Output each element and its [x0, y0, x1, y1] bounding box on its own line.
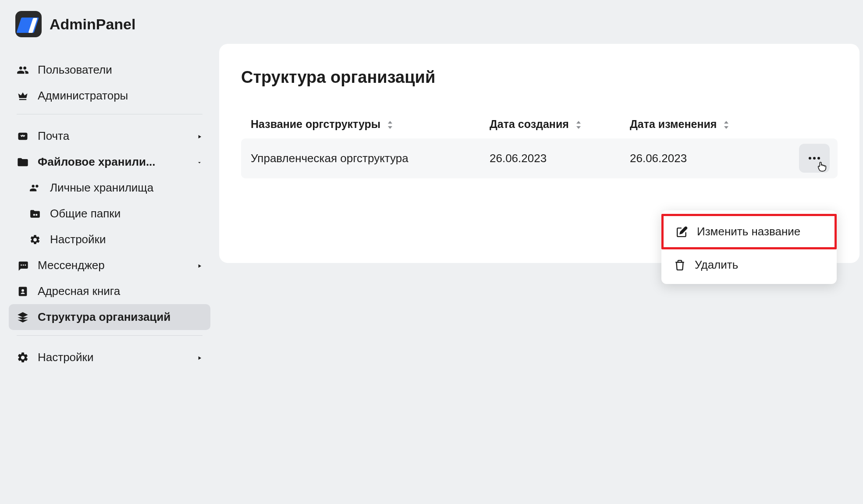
page-title: Структура организаций: [241, 68, 838, 87]
sidebar-item-admins[interactable]: Администраторы: [9, 83, 210, 109]
sidebar-item-messenger[interactable]: Мессенджер: [9, 252, 210, 278]
divider: [17, 114, 202, 114]
users-icon: [29, 182, 41, 194]
sidebar-label: Личные хранилища: [50, 181, 153, 195]
chevron-right-icon: [196, 259, 202, 272]
more-options-button[interactable]: [799, 144, 830, 173]
mail-icon: [17, 130, 29, 142]
svg-rect-0: [18, 132, 28, 139]
svg-point-7: [21, 289, 24, 291]
gear-icon: [29, 234, 41, 246]
context-menu: Изменить название Удалить: [661, 210, 837, 284]
layers-icon: [17, 311, 29, 323]
sidebar-label: Почта: [38, 129, 69, 143]
chevron-down-icon: [196, 155, 202, 169]
sidebar: AdminPanel Пользователи Администраторы: [0, 0, 219, 504]
sidebar-label: Настройки: [50, 233, 106, 246]
chat-icon: [17, 259, 29, 272]
sort-icon: [575, 119, 582, 131]
users-icon: [17, 64, 29, 76]
address-book-icon: [17, 285, 29, 298]
content-card: Структура организаций Название оргструкт…: [219, 44, 859, 263]
sort-icon: [387, 119, 393, 131]
sidebar-label: Адресная книга: [38, 284, 120, 298]
logo-icon: [15, 11, 42, 37]
folder-icon: [17, 156, 29, 168]
chevron-right-icon: [196, 351, 202, 364]
sidebar-item-personal-storage[interactable]: Личные хранилища: [9, 175, 210, 201]
dots-icon: [808, 156, 820, 160]
sidebar-label: Мессенджер: [38, 259, 105, 272]
edit-icon: [676, 226, 688, 238]
app-logo: AdminPanel: [9, 11, 210, 48]
sidebar-item-address-book[interactable]: Адресная книга: [9, 278, 210, 304]
svg-point-3: [21, 264, 22, 266]
table-row[interactable]: Управленческая оргструктура 26.06.2023 2…: [241, 138, 838, 178]
svg-point-9: [813, 157, 816, 160]
sidebar-item-storage-settings[interactable]: Настройки: [9, 227, 210, 252]
sidebar-item-mail[interactable]: Почта: [9, 123, 210, 149]
sidebar-label: Файловое хранили...: [38, 155, 156, 169]
sidebar-label: Общие папки: [50, 207, 121, 220]
cell-created: 26.06.2023: [490, 152, 630, 165]
table-header: Название оргструктуры Дата создания Дата…: [241, 111, 838, 138]
divider: [17, 335, 202, 336]
sidebar-label: Администраторы: [38, 89, 128, 103]
svg-point-5: [25, 264, 26, 266]
svg-point-10: [817, 157, 820, 160]
sidebar-item-file-storage[interactable]: Файловое хранили...: [9, 149, 210, 175]
crown-icon: [17, 90, 29, 102]
svg-point-2: [36, 214, 37, 216]
menu-label: Изменить название: [697, 225, 800, 238]
trash-icon: [674, 259, 686, 271]
gear-icon: [17, 351, 29, 364]
sidebar-item-settings[interactable]: Настройки: [9, 344, 210, 370]
shared-folder-icon: [29, 208, 41, 220]
svg-point-4: [23, 264, 24, 266]
sort-icon: [723, 119, 729, 131]
column-header-modified[interactable]: Дата изменения: [630, 118, 828, 131]
cell-name: Управленческая оргструктура: [251, 152, 490, 165]
main-content: Структура организаций Название оргструкт…: [219, 0, 863, 504]
sidebar-label: Настройки: [38, 351, 94, 364]
sidebar-item-users[interactable]: Пользователи: [9, 57, 210, 83]
column-header-created[interactable]: Дата создания: [490, 118, 630, 131]
sidebar-label: Пользователи: [38, 63, 112, 77]
chevron-right-icon: [196, 129, 202, 143]
app-name: AdminPanel: [50, 16, 135, 33]
cell-modified: 26.06.2023: [630, 152, 828, 165]
menu-label: Удалить: [695, 258, 738, 272]
svg-point-1: [33, 214, 35, 216]
sidebar-item-shared-folders[interactable]: Общие папки: [9, 201, 210, 227]
svg-point-8: [809, 157, 811, 160]
cursor-icon: [816, 160, 828, 175]
column-header-name[interactable]: Название оргструктуры: [251, 118, 490, 131]
menu-item-rename[interactable]: Изменить название: [661, 214, 837, 249]
sidebar-label: Структура организаций: [38, 310, 170, 324]
sidebar-item-org-structure[interactable]: Структура организаций: [9, 304, 210, 330]
menu-item-delete[interactable]: Удалить: [661, 249, 837, 280]
